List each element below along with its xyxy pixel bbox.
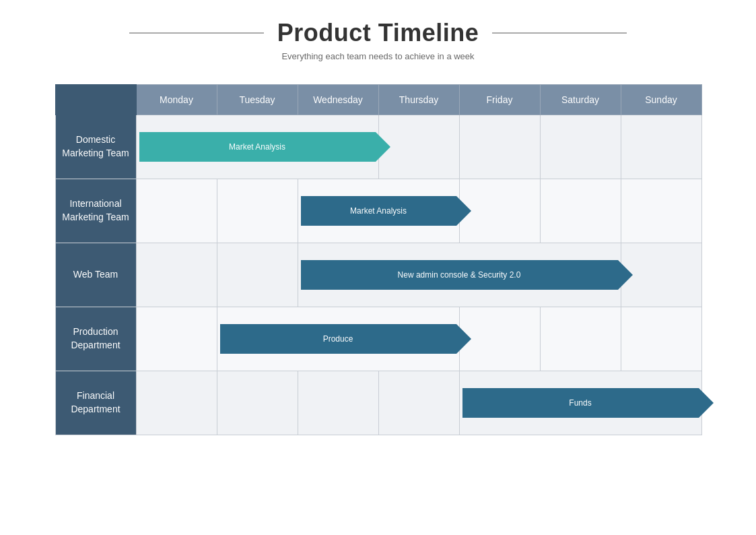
timeline-table: MondayTuesdayWednesdayThursdayFridaySatu… bbox=[55, 84, 702, 435]
cell-team4-day2 bbox=[298, 371, 378, 435]
header-day-thursday: Thursday bbox=[378, 85, 459, 115]
cell-team2-day2: New admin console & Security 2.0 bbox=[298, 243, 621, 307]
task-arrow-body: Market Analysis bbox=[139, 132, 376, 162]
cell-team3-day0 bbox=[136, 307, 217, 371]
header-line-left bbox=[129, 32, 264, 34]
task-arrow: Market Analysis bbox=[139, 132, 376, 162]
header-day-saturday: Saturday bbox=[540, 85, 621, 115]
cell-team4-day4: Funds bbox=[459, 371, 701, 435]
cell-team0-day5 bbox=[540, 115, 621, 179]
task-arrow: Produce bbox=[220, 324, 456, 354]
team-label-0: Domestic Marketing Team bbox=[55, 115, 136, 179]
cell-team1-day6 bbox=[621, 179, 701, 243]
header-label-cell bbox=[55, 85, 136, 115]
cell-team1-day4 bbox=[459, 179, 540, 243]
page-title: Product Timeline bbox=[277, 19, 479, 47]
cell-team4-day1 bbox=[217, 371, 298, 435]
cell-team1-day5 bbox=[540, 179, 621, 243]
team-label-2: Web Team bbox=[55, 243, 136, 307]
cell-team0-day0: Market Analysis bbox=[136, 115, 378, 179]
team-label-1: International Marketing Team bbox=[55, 179, 136, 243]
task-arrow-body: Market Analysis bbox=[301, 196, 456, 226]
cell-team3-day6 bbox=[621, 307, 701, 371]
team-label-3: Production Department bbox=[55, 307, 136, 371]
cell-team1-day0 bbox=[136, 179, 217, 243]
header-day-friday: Friday bbox=[459, 85, 540, 115]
cell-team2-day0 bbox=[136, 243, 217, 307]
table-row: Production DepartmentProduce bbox=[55, 307, 701, 371]
cell-team4-day3 bbox=[378, 371, 459, 435]
header-day-tuesday: Tuesday bbox=[217, 85, 298, 115]
header-line-right bbox=[492, 32, 627, 34]
cell-team3-day4 bbox=[459, 307, 540, 371]
cell-team0-day4 bbox=[459, 115, 540, 179]
table-row: International Marketing TeamMarket Analy… bbox=[55, 179, 701, 243]
cell-team3-day5 bbox=[540, 307, 621, 371]
cell-team2-day1 bbox=[217, 243, 298, 307]
task-arrow: Market Analysis bbox=[301, 196, 456, 226]
task-arrow: New admin console & Security 2.0 bbox=[301, 260, 618, 290]
cell-team2-day6 bbox=[621, 243, 701, 307]
cell-team4-day0 bbox=[136, 371, 217, 435]
cell-team1-day2: Market Analysis bbox=[298, 179, 459, 243]
task-arrow-body: New admin console & Security 2.0 bbox=[301, 260, 618, 290]
cell-team0-day6 bbox=[621, 115, 701, 179]
page-subtitle: Everything each team needs to achieve in… bbox=[0, 51, 756, 61]
header-day-wednesday: Wednesday bbox=[298, 85, 378, 115]
timeline-wrapper: MondayTuesdayWednesdayThursdayFridaySatu… bbox=[55, 84, 701, 435]
page-header: Product Timeline Everything each team ne… bbox=[0, 0, 756, 69]
task-arrow: Funds bbox=[462, 388, 699, 418]
table-row: Web TeamNew admin console & Security 2.0 bbox=[55, 243, 701, 307]
cell-team0-day3 bbox=[378, 115, 459, 179]
cell-team1-day1 bbox=[217, 179, 298, 243]
team-label-4: Financial Department bbox=[55, 371, 136, 435]
task-arrow-body: Funds bbox=[462, 388, 699, 418]
header-day-monday: Monday bbox=[136, 85, 217, 115]
cell-team3-day1: Produce bbox=[217, 307, 459, 371]
table-row: Financial DepartmentFunds bbox=[55, 371, 701, 435]
header-day-sunday: Sunday bbox=[621, 85, 701, 115]
task-arrow-body: Produce bbox=[220, 324, 456, 354]
table-row: Domestic Marketing TeamMarket Analysis bbox=[55, 115, 701, 179]
